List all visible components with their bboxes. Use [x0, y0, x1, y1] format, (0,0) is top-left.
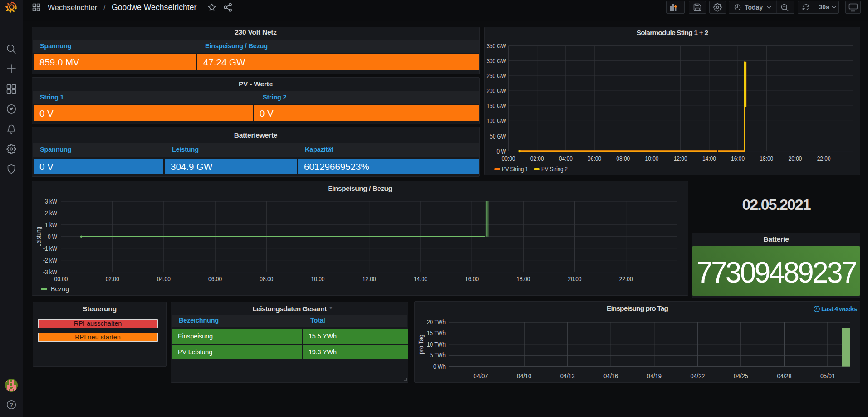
- svg-text:04/19: 04/19: [647, 372, 662, 380]
- svg-text:-2 kW: -2 kW: [43, 256, 58, 264]
- svg-text:-1 kW: -1 kW: [43, 244, 58, 252]
- svg-text:02:00: 02:00: [106, 275, 119, 283]
- svg-text:04/10: 04/10: [517, 372, 531, 380]
- svg-text:?: ?: [10, 402, 13, 408]
- svg-text:16:00: 16:00: [731, 154, 745, 162]
- svg-text:150 GW: 150 GW: [487, 102, 507, 109]
- svg-text:00:00: 00:00: [54, 275, 68, 283]
- svg-text:04/28: 04/28: [777, 372, 792, 380]
- svg-text:20:00: 20:00: [789, 154, 802, 162]
- svg-text:14:00: 14:00: [702, 154, 716, 162]
- svg-text:15 TWh: 15 TWh: [427, 329, 446, 337]
- svg-text:20:00: 20:00: [568, 275, 582, 283]
- svg-text:5 TWh: 5 TWh: [430, 351, 446, 359]
- svg-text:3 kW: 3 kW: [45, 197, 58, 205]
- svg-text:04/25: 04/25: [734, 372, 748, 380]
- svg-text:10:00: 10:00: [645, 154, 659, 162]
- svg-text:18:00: 18:00: [760, 154, 773, 162]
- svg-text:0 W: 0 W: [48, 233, 58, 240]
- svg-text:04/13: 04/13: [560, 372, 575, 380]
- svg-text:08:00: 08:00: [616, 154, 630, 162]
- svg-text:PV String 2: PV String 2: [541, 165, 568, 173]
- svg-text:20 TWh: 20 TWh: [427, 318, 446, 326]
- svg-text:0 Wh: 0 Wh: [433, 362, 446, 370]
- svg-text:05/01: 05/01: [820, 372, 835, 380]
- svg-text:04/16: 04/16: [603, 372, 618, 380]
- svg-text:10 TWh: 10 TWh: [427, 340, 446, 348]
- svg-text:12:00: 12:00: [363, 275, 376, 283]
- svg-text:14:00: 14:00: [414, 275, 427, 283]
- svg-text:02:00: 02:00: [530, 154, 544, 162]
- svg-text:06:00: 06:00: [208, 275, 222, 283]
- svg-text:22:00: 22:00: [817, 154, 831, 162]
- svg-text:100 GW: 100 GW: [487, 117, 507, 124]
- svg-text:04/22: 04/22: [690, 372, 705, 380]
- svg-text:PV String 1: PV String 1: [502, 165, 528, 173]
- svg-text:300 GW: 300 GW: [487, 57, 507, 65]
- svg-text:16:00: 16:00: [465, 275, 479, 283]
- svg-text:10:00: 10:00: [311, 275, 325, 283]
- svg-text:22:00: 22:00: [619, 275, 633, 283]
- svg-text:1 kW: 1 kW: [45, 221, 58, 228]
- svg-text:Bezug: Bezug: [51, 285, 69, 293]
- svg-text:Leistung: Leistung: [34, 227, 42, 247]
- svg-text:12:00: 12:00: [674, 154, 687, 162]
- svg-text:250 GW: 250 GW: [487, 72, 507, 79]
- svg-text:06:00: 06:00: [588, 154, 601, 162]
- svg-text:50 GW: 50 GW: [490, 132, 507, 140]
- svg-text:0 W: 0 W: [497, 147, 507, 155]
- svg-text:2 kW: 2 kW: [45, 209, 58, 217]
- svg-text:200 GW: 200 GW: [487, 87, 507, 94]
- svg-text:00:00: 00:00: [502, 154, 515, 162]
- svg-text:08:00: 08:00: [260, 275, 273, 283]
- svg-text:18:00: 18:00: [516, 275, 530, 283]
- svg-text:04:00: 04:00: [559, 154, 573, 162]
- svg-text:350 GW: 350 GW: [487, 42, 507, 50]
- svg-text:04:00: 04:00: [157, 275, 171, 283]
- svg-text:pro Tag: pro Tag: [417, 334, 425, 354]
- svg-text:04/07: 04/07: [474, 372, 488, 380]
